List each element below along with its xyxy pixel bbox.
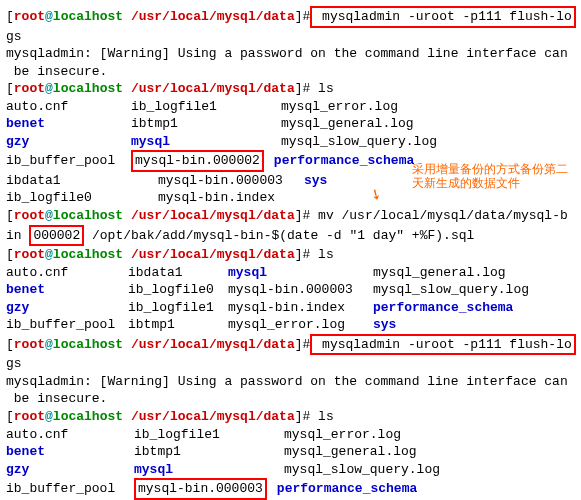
highlighted-arg: 000002 (29, 225, 84, 247)
dir-entry: benet (6, 115, 131, 133)
command-text: ls (310, 247, 333, 262)
terminal-line: in 000002 /opt/bak/add/mysql-bin-$(date … (6, 225, 575, 247)
annotation-text: 采用增量备份的方式备份第二 天新生成的数据文件 (412, 162, 568, 191)
bracket: [ (6, 9, 14, 24)
ls-row: auto.cnfibdata1mysqlmysql_general.log (6, 264, 575, 282)
ls-row: benetibtmp1mysql_general.log (6, 443, 575, 461)
terminal-line: gs (6, 28, 575, 46)
terminal-line: mysqladmin: [Warning] Using a password o… (6, 373, 575, 391)
command-text: mysqladmin -uroot -p111 flush-lo (314, 9, 571, 24)
ls-row: benetib_logfile0mysql-bin.000003mysql_sl… (6, 281, 575, 299)
terminal-line: be insecure. (6, 63, 575, 81)
file-entry: mysql-bin.000003 (158, 172, 304, 190)
ls-row: ib_logfile0mysql-bin.index (6, 189, 575, 207)
terminal-line: [root@localhost /usr/local/mysql/data]# … (6, 334, 575, 356)
file-entry: ibdata1 (6, 172, 158, 190)
file-entry: mysql-bin.index (158, 190, 275, 205)
terminal-line: [root@localhost /usr/local/mysql/data]# … (6, 408, 575, 426)
ls-row: benetibtmp1mysql_general.log (6, 115, 575, 133)
terminal-line: gs (6, 355, 575, 373)
command-text: ls (310, 81, 333, 96)
terminal-line: [root@localhost /usr/local/mysql/data]# … (6, 80, 575, 98)
file-entry: mysql_general.log (281, 116, 414, 131)
prompt-end: ]# (295, 9, 311, 24)
file-entry: ibtmp1 (131, 115, 281, 133)
ls-row: ib_buffer_poolmysql-bin.000003performanc… (6, 478, 575, 500)
command-text: ls (310, 409, 333, 424)
ls-row: gzymysqlmysql_slow_query.log (6, 133, 575, 151)
dir-entry: performance_schema (274, 153, 414, 168)
file-entry: mysql_slow_query.log (281, 134, 437, 149)
ls-row: auto.cnfib_logfile1mysql_error.log (6, 98, 575, 116)
dir-entry: gzy (6, 133, 131, 151)
ls-row: gzymysqlmysql_slow_query.log (6, 461, 575, 479)
dir-entry: sys (304, 173, 327, 188)
terminal-line: [root@localhost /usr/local/mysql/data]# … (6, 246, 575, 264)
file-entry: ib_logfile1 (131, 98, 281, 116)
highlighted-file: mysql-bin.000003 (134, 478, 267, 500)
file-entry: ib_logfile0 (6, 189, 158, 207)
terminal-line: [root@localhost /usr/local/mysql/data]# … (6, 207, 575, 225)
prompt-user: root (14, 9, 45, 24)
ls-row: auto.cnfib_logfile1mysql_error.log (6, 426, 575, 444)
highlighted-command: mysqladmin -uroot -p111 flush-lo (310, 6, 575, 28)
highlighted-file: mysql-bin.000002 (131, 150, 264, 172)
prompt-host: localhost (53, 9, 123, 24)
ls-row: gzyib_logfile1mysql-bin.indexperformance… (6, 299, 575, 317)
highlighted-command: mysqladmin -uroot -p111 flush-lo (310, 334, 575, 356)
dir-entry: mysql (131, 133, 281, 151)
warning-text: be insecure. (6, 64, 107, 79)
terminal-line: mysqladmin: [Warning] Using a password o… (6, 45, 575, 63)
file-entry: ib_buffer_pool (6, 152, 131, 170)
command-text: mv /usr/local/mysql/data/mysql-b (310, 208, 567, 223)
terminal-line: be insecure. (6, 390, 575, 408)
terminal-line: [root@localhost /usr/local/mysql/data]# … (6, 6, 575, 28)
prompt-at: @ (45, 9, 53, 24)
ls-row: ib_buffer_poolibtmp1mysql_error.logsys (6, 316, 575, 334)
prompt-path: /usr/local/mysql/data (131, 9, 295, 24)
file-entry: auto.cnf (6, 98, 131, 116)
file-entry: mysql_error.log (281, 99, 398, 114)
warning-text: mysqladmin: [Warning] Using a password o… (6, 46, 568, 61)
